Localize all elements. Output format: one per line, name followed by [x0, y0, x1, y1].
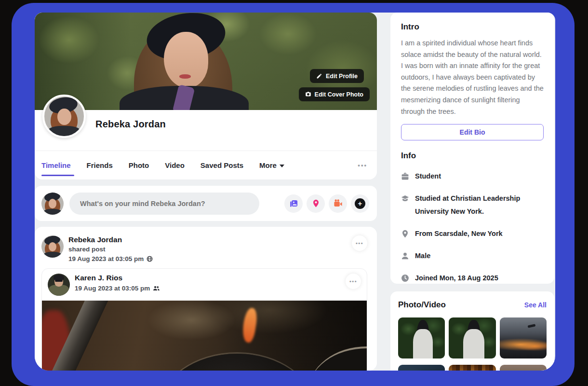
- post-author-name[interactable]: Rebeka Jordan: [68, 235, 153, 244]
- photo-thumbnail[interactable]: [500, 317, 547, 358]
- globe-icon: [147, 256, 153, 262]
- info-text: Joined Mon, 18 Aug 2025: [415, 272, 498, 285]
- page-background: Edit Profile Edit Cover Photo Rebeka Jor…: [35, 13, 555, 371]
- shared-post-image[interactable]: [42, 301, 367, 371]
- app-frame: Edit Profile Edit Cover Photo Rebeka Jor…: [12, 3, 575, 386]
- profile-card: Edit Profile Edit Cover Photo Rebeka Jor…: [35, 13, 377, 179]
- clock-icon: [401, 274, 409, 282]
- info-row-location: From Scarsdale, New York: [401, 227, 544, 240]
- edit-profile-label: Edit Profile: [326, 73, 358, 80]
- info-text: Male: [415, 249, 430, 262]
- shared-post-container: Karen J. Rios 19 Aug 2023 at 03:05 pm ••…: [41, 268, 367, 371]
- add-video-button[interactable]: [329, 194, 347, 213]
- photo-video-card: Photo/Video See All: [390, 291, 554, 371]
- status-input[interactable]: [69, 193, 259, 215]
- video-camera-icon: [334, 199, 343, 208]
- photo-grid: [398, 317, 547, 371]
- tab-saved-posts[interactable]: Saved Posts: [200, 151, 243, 179]
- info-text: Studied at Christian Leadership Universi…: [415, 192, 544, 218]
- shared-post-timestamp: 19 Aug 2023 at 03:05 pm: [75, 285, 150, 292]
- add-more-button[interactable]: +: [351, 194, 369, 213]
- location-pin-icon: [401, 230, 409, 238]
- person-icon: [401, 252, 409, 260]
- friends-icon: [153, 285, 160, 291]
- edit-bio-button[interactable]: Edit Bio: [401, 124, 544, 140]
- shared-post-author-avatar[interactable]: [48, 274, 70, 296]
- info-row-joined: Joined Mon, 18 Aug 2025: [401, 272, 544, 285]
- gallery-icon: [289, 199, 298, 208]
- tab-timeline[interactable]: Timeline: [41, 151, 71, 179]
- composer-avatar: [41, 193, 64, 215]
- camera-icon: [305, 91, 311, 97]
- photo-thumbnail[interactable]: [449, 317, 495, 358]
- info-title: Info: [401, 151, 544, 161]
- intro-title: Intro: [401, 22, 544, 32]
- add-photo-button[interactable]: [284, 194, 303, 213]
- tabs-overflow-button[interactable]: •••: [358, 162, 367, 169]
- photo-thumbnail[interactable]: [398, 365, 445, 371]
- edit-profile-button[interactable]: Edit Profile: [310, 69, 364, 83]
- edit-cover-photo-label: Edit Cover Photo: [315, 91, 363, 98]
- info-row-work: Student: [401, 170, 544, 183]
- graduation-cap-icon: [401, 194, 409, 203]
- profile-name: Rebeka Jordan: [95, 119, 166, 130]
- location-pin-icon: [312, 199, 320, 207]
- tab-photo[interactable]: Photo: [129, 151, 149, 179]
- bio-text: I am a spirited individual whose heart f…: [401, 38, 544, 117]
- tab-more[interactable]: More: [259, 151, 284, 179]
- plus-icon: +: [355, 198, 365, 209]
- add-location-button[interactable]: [307, 194, 325, 213]
- info-row-gender: Male: [401, 249, 544, 262]
- profile-tabs: Timeline Friends Photo Video Saved Posts…: [35, 151, 377, 179]
- post-card: Rebeka Jordan shared post 19 Aug 2023 at…: [35, 227, 377, 371]
- see-all-link[interactable]: See All: [524, 301, 547, 309]
- tab-friends[interactable]: Friends: [87, 151, 113, 179]
- chevron-down-icon: [280, 165, 284, 167]
- profile-avatar[interactable]: [42, 95, 86, 138]
- info-text: Student: [415, 170, 441, 183]
- pencil-icon: [316, 73, 322, 79]
- briefcase-icon: [401, 172, 409, 180]
- photo-thumbnail[interactable]: [500, 365, 547, 371]
- photo-video-title: Photo/Video: [398, 300, 446, 310]
- info-text: From Scarsdale, New York: [415, 227, 503, 240]
- shared-post-options-button[interactable]: •••: [346, 274, 361, 289]
- post-timestamp: 19 Aug 2023 at 03:05 pm: [68, 255, 144, 262]
- photo-thumbnail[interactable]: [449, 365, 495, 371]
- post-author-avatar[interactable]: [41, 235, 64, 258]
- photo-thumbnail[interactable]: [398, 317, 445, 358]
- edit-cover-photo-button[interactable]: Edit Cover Photo: [299, 87, 370, 101]
- post-options-button[interactable]: •••: [352, 235, 367, 251]
- post-composer-card: +: [35, 186, 377, 221]
- post-type-label: shared post: [68, 246, 153, 253]
- shared-post-author-name[interactable]: Karen J. Rios: [75, 274, 160, 282]
- tab-video[interactable]: Video: [165, 151, 185, 179]
- info-row-education: Studied at Christian Leadership Universi…: [401, 192, 544, 218]
- intro-card: Intro I am a spirited individual whose h…: [390, 13, 554, 284]
